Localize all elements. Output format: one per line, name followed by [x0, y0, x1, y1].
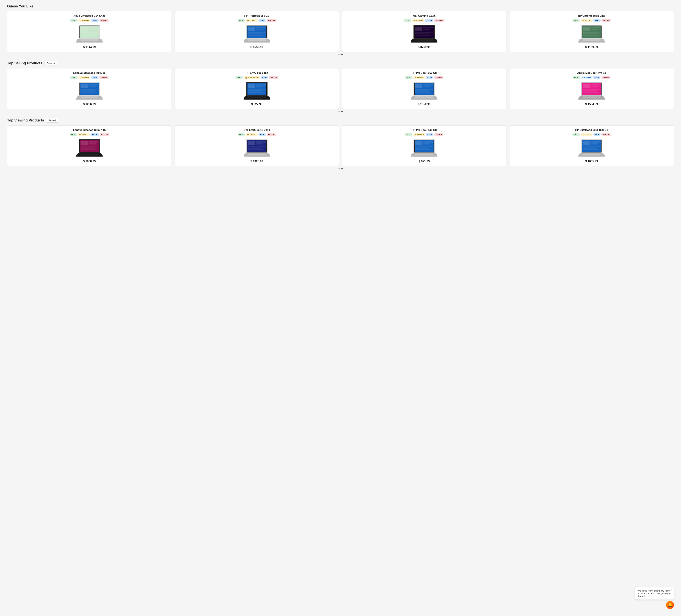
svg-rect-59	[256, 84, 266, 85]
product-tags: 13.5"i3-10110U8 GB128 GB	[572, 19, 611, 22]
svg-rect-49	[89, 86, 96, 87]
product-tags: 15.6"Ryzen 5 4500U8 GB256 GB	[235, 76, 278, 79]
svg-rect-25	[415, 27, 422, 31]
svg-rect-21	[244, 42, 270, 43]
svg-rect-43	[578, 42, 605, 43]
product-card[interactable]: Apple MacBook Pro 1313.3"Apple M18 GB256…	[509, 68, 674, 109]
product-name: Lenovo Ideapad Slim 7 15	[10, 128, 169, 131]
product-name: HP Chromebook Elite	[512, 14, 671, 17]
product-card[interactable]: Lenovo Ideapad Flex 5 1515.6"i3-1005G14 …	[7, 68, 172, 109]
svg-rect-15	[256, 27, 266, 28]
svg-rect-6	[80, 32, 98, 33]
tag-storage: 256 GB	[267, 19, 276, 22]
section-title-top-selling: Top Selling Products	[7, 61, 43, 65]
svg-rect-50	[80, 89, 98, 90]
section-title-top-viewing: Top Viewing Products	[7, 118, 44, 122]
svg-rect-63	[248, 92, 264, 93]
product-tags: 13.3"i5-1135G78 GB128 GB	[572, 133, 611, 136]
svg-rect-114	[423, 141, 433, 143]
svg-rect-128	[583, 148, 597, 149]
tag-screen: 14.0"	[405, 133, 412, 136]
product-card[interactable]: HP Chromebook Elite13.5"i3-10110U8 GB128…	[509, 11, 674, 52]
svg-rect-28	[415, 32, 433, 33]
section-top-selling: Top Selling ProductsRefreshLenovo Ideapa…	[7, 61, 674, 112]
svg-rect-7	[80, 33, 95, 34]
svg-rect-16	[256, 29, 263, 30]
section-guess-you-like: Guess You LikeAsus VivoBook S14 S43514.0…	[7, 4, 674, 55]
svg-rect-80	[583, 84, 590, 88]
tag-storage: 128 GB	[601, 133, 611, 136]
tag-storage: 512 GB	[100, 133, 109, 136]
carousel-dot[interactable]	[341, 168, 343, 170]
tag-ram: 4 GB	[91, 76, 98, 79]
tag-ram: 32 GB	[425, 19, 433, 22]
svg-rect-127	[583, 146, 601, 147]
product-name: Apple MacBook Pro 13	[512, 71, 671, 74]
product-grid-guess-you-like: Asus VivoBook S14 S43514.0"i7-1165G78 GB…	[7, 11, 674, 52]
svg-rect-86	[583, 97, 601, 98]
refresh-button-top-selling[interactable]: Refresh	[45, 61, 57, 66]
carousel-dot[interactable]	[341, 111, 343, 112]
carousel-dot[interactable]	[338, 111, 340, 112]
product-card[interactable]: MSI Gaming GE7617.3"i7-10870H32 GB1024 G…	[342, 11, 507, 52]
product-card[interactable]: HP EliteBook x360 830 G813.3"i5-1135G78 …	[509, 125, 674, 166]
product-card[interactable]: Lenovo Ideapad Slim 7 1515.6"i7-1065G716…	[7, 125, 172, 166]
svg-rect-113	[415, 141, 422, 145]
product-price: $ 827.99	[251, 103, 262, 106]
refresh-button-top-viewing[interactable]: Refresh	[46, 118, 59, 123]
tag-screen: 13.3"	[573, 76, 580, 79]
svg-rect-82	[591, 86, 598, 87]
tag-screen: 14.0"	[70, 19, 78, 22]
product-card[interactable]: Dell Latitude 13 731013.3"i5-10310U8 GB5…	[175, 125, 339, 166]
product-card[interactable]: Asus VivoBook S14 S43514.0"i7-1165G78 GB…	[7, 11, 172, 52]
carousel-dots-top-viewing	[7, 168, 674, 170]
product-image	[243, 81, 271, 101]
svg-rect-41	[583, 35, 599, 36]
product-price: $ 1550.99	[418, 103, 431, 106]
carousel-dot[interactable]	[338, 54, 340, 55]
svg-rect-124	[583, 141, 590, 145]
svg-rect-54	[76, 99, 103, 100]
svg-rect-3	[80, 27, 87, 31]
section-header-top-viewing: Top Viewing ProductsRefresh	[7, 118, 674, 123]
product-price: $ 1286.99	[83, 103, 96, 106]
svg-rect-98	[76, 156, 103, 157]
tag-screen: 15.6"	[405, 76, 412, 79]
svg-rect-31	[415, 40, 433, 41]
svg-rect-109	[244, 156, 270, 157]
tag-cpu: i3-1005G1	[78, 76, 90, 79]
svg-rect-72	[415, 89, 433, 90]
product-price: $ 971.99	[419, 160, 430, 163]
svg-rect-36	[583, 27, 590, 31]
tag-screen: 13.3"	[237, 133, 245, 136]
svg-rect-75	[415, 97, 433, 98]
svg-rect-102	[248, 141, 255, 145]
svg-rect-115	[423, 143, 430, 145]
product-name: HP Envy x360 15z	[178, 71, 336, 74]
product-price: $ 1169.99	[585, 46, 598, 49]
svg-rect-53	[80, 97, 98, 98]
carousel-dot[interactable]	[338, 168, 340, 170]
tag-ram: 8 GB	[261, 76, 268, 79]
product-image	[243, 24, 271, 44]
product-card[interactable]: HP ProBook 650 G815.6"i5-1135G78 GB256 G…	[175, 11, 339, 52]
svg-rect-91	[80, 141, 87, 145]
tag-cpu: i5-1135G7	[581, 133, 592, 136]
tag-storage: 256 GB	[434, 133, 444, 136]
svg-rect-38	[591, 29, 598, 30]
svg-rect-4	[89, 27, 98, 28]
svg-rect-20	[248, 40, 266, 41]
svg-rect-64	[248, 97, 266, 98]
svg-rect-29	[415, 33, 429, 34]
product-card[interactable]: HP ProBook 650 G815.6"i5-1135G78 GB256 G…	[342, 68, 507, 109]
product-image	[410, 138, 438, 158]
product-tags: 17.3"i7-10870H32 GB1024 GB	[404, 19, 445, 22]
product-tags: 15.6"i3-1005G14 GB128 GB	[70, 76, 109, 79]
svg-rect-108	[248, 154, 266, 155]
product-card[interactable]: HP ProBook 440 G814.0"i3-1115G44 GB256 G…	[342, 125, 507, 166]
carousel-dot[interactable]	[341, 54, 343, 55]
svg-rect-131	[578, 156, 605, 157]
product-tags: 15.6"i5-1135G78 GB256 GB	[405, 76, 444, 79]
product-tags: 14.0"i7-1165G78 GB512 GB	[70, 19, 109, 22]
product-card[interactable]: HP Envy x360 15z15.6"Ryzen 5 4500U8 GB25…	[175, 68, 339, 109]
